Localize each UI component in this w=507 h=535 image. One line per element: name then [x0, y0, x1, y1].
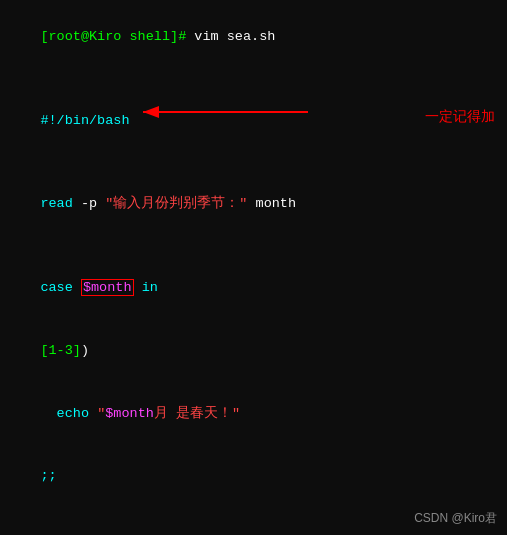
echo1-keyword: echo — [57, 406, 89, 421]
blank-line-1 — [8, 69, 499, 90]
prompt-line: [root@Kiro shell]# vim sea.sh — [8, 6, 499, 69]
command-text: vim sea.sh — [194, 29, 275, 44]
read-string: "输入月份判别季节：" — [105, 196, 255, 211]
echo1-text: 月 是春天！" — [154, 406, 240, 421]
range2-line: [4-6]) — [8, 529, 499, 535]
case-line: case $month in — [8, 257, 499, 320]
echo1-indent — [40, 406, 56, 421]
annotation-text: 一定记得加 — [425, 108, 495, 126]
terminal: [root@Kiro shell]# vim sea.sh #!/bin/bas… — [0, 0, 507, 535]
semi1-text: ;; — [40, 468, 56, 483]
blank-line-2 — [8, 152, 499, 173]
range1-paren: ) — [81, 343, 89, 358]
echo1-space — [89, 406, 97, 421]
echo1-var: $month — [105, 406, 154, 421]
case-keyword: case — [40, 280, 81, 295]
semi1-line: ;; — [8, 445, 499, 508]
read-var: month — [256, 196, 297, 211]
case-var-text: $month — [83, 280, 132, 295]
shebang-text: #!/bin/bash — [40, 113, 129, 128]
csdn-watermark: CSDN @Kiro君 — [414, 510, 497, 527]
range1-text: [1-3] — [40, 343, 81, 358]
read-line: read -p "输入月份判别季节：" month — [8, 173, 499, 236]
range1-line: [1-3]) — [8, 320, 499, 383]
blank-line-3 — [8, 236, 499, 257]
prompt-text: [root@Kiro shell]# — [40, 29, 194, 44]
read-args: -p — [73, 196, 105, 211]
read-keyword: read — [40, 196, 72, 211]
echo1-line: echo "$month月 是春天！" — [8, 383, 499, 446]
annotation-arrow — [138, 97, 318, 127]
case-var: $month — [81, 279, 134, 296]
case-in: in — [134, 280, 158, 295]
